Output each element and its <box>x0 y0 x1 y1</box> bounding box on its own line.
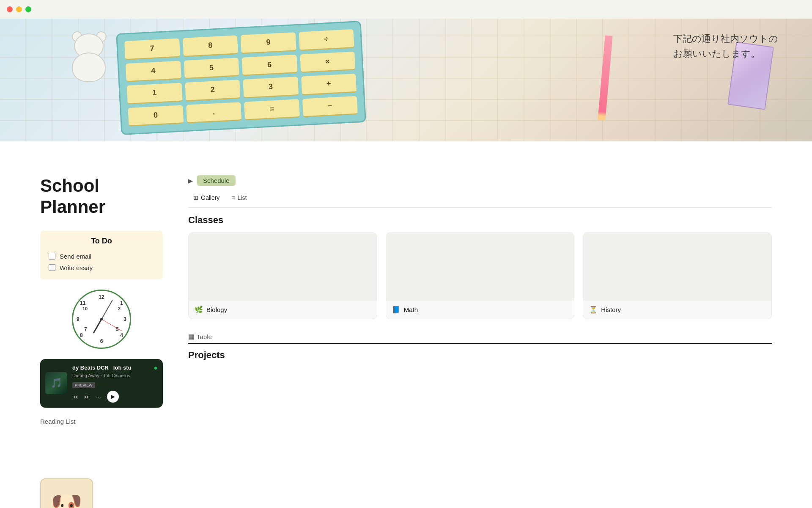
page-title: School Planner <box>40 175 163 218</box>
todo-checkbox-1[interactable] <box>49 253 55 260</box>
clock-hour-hand <box>93 319 102 333</box>
todo-title: To Do <box>49 237 154 246</box>
history-label: History <box>601 306 621 313</box>
title-bar <box>0 0 812 19</box>
clock-num-8: 8 <box>80 332 83 338</box>
close-button[interactable] <box>7 6 13 12</box>
class-card-biology-image <box>189 233 377 301</box>
projects-title: Projects <box>188 350 772 361</box>
music-title: dy Beats DCR lofi stu <box>72 364 131 371</box>
gallery-label: Gallery <box>201 194 219 201</box>
main-content: School Planner To Do Send email Write es… <box>0 141 812 442</box>
class-card-math-footer: 📘 Math <box>386 301 574 319</box>
music-subtitle: Drifting Away · Toti Cisneros <box>72 373 158 378</box>
music-play-button[interactable]: ▶ <box>107 391 119 403</box>
gallery-icon: ⊞ <box>193 194 198 201</box>
pencil-decoration <box>598 36 612 121</box>
class-card-history-image <box>583 233 771 301</box>
todo-checkbox-2[interactable] <box>49 264 55 271</box>
history-icon: ⏳ <box>589 306 598 314</box>
clock-num-3: 3 <box>123 316 126 322</box>
calculator-decoration: 7 8 9 ÷ 4 5 6 × 1 2 3 + 0 . = − <box>116 21 366 135</box>
page-icon[interactable]: 🐶 <box>40 478 93 508</box>
spotify-icon: ● <box>154 364 158 372</box>
todo-item-2[interactable]: Write essay <box>49 262 154 273</box>
clock-num-12: 12 <box>99 294 104 300</box>
clock-num-1: 1 <box>120 300 123 306</box>
clock-container: 12 1 3 4 6 8 9 11 5 2 10 7 <box>40 290 163 349</box>
music-back-button[interactable]: ⏭ <box>84 393 90 400</box>
class-card-biology[interactable]: 🌿 Biology <box>188 232 377 319</box>
classes-grid: 🌿 Biology 📘 Math ⏳ History <box>188 232 772 319</box>
biology-label: Biology <box>206 306 227 313</box>
clock-num-2: 2 <box>118 306 121 311</box>
clock-second-hand <box>102 319 122 331</box>
list-label: List <box>238 194 247 201</box>
todo-item-1[interactable]: Send email <box>49 251 154 262</box>
list-icon: ≡ <box>231 194 235 201</box>
table-label: Table <box>197 333 212 340</box>
class-card-history-footer: ⏳ History <box>583 301 771 319</box>
clock-center <box>100 318 103 320</box>
schedule-row: ▶ Schedule <box>188 175 772 186</box>
clock-minute-hand <box>101 300 113 319</box>
table-view-row[interactable]: ▦ Table <box>188 333 772 344</box>
todo-label-2: Write essay <box>60 264 93 271</box>
music-player: 🎵 dy Beats DCR lofi stu ● Drifting Away … <box>40 359 163 408</box>
music-controls[interactable]: ⏮ ⏭ ··· ▶ <box>72 391 158 403</box>
clock-num-10: 10 <box>82 306 88 311</box>
class-card-math[interactable]: 📘 Math <box>386 232 575 319</box>
schedule-badge[interactable]: Schedule <box>197 175 236 186</box>
hero-banner: 7 8 9 ÷ 4 5 6 × 1 2 3 + 0 . = − 下記の通り社内ソ… <box>0 19 812 141</box>
music-info: dy Beats DCR lofi stu ● Drifting Away · … <box>72 364 158 403</box>
schedule-toggle-arrow[interactable]: ▶ <box>188 177 193 184</box>
classes-section-title: Classes <box>188 215 772 226</box>
music-prev-button[interactable]: ⏮ <box>72 393 78 400</box>
left-sidebar: School Planner To Do Send email Write es… <box>40 175 163 425</box>
minimize-button[interactable] <box>16 6 22 12</box>
right-content: ▶ Schedule ⊞ Gallery ≡ List Classes 🌿 Bi… <box>188 175 772 425</box>
table-grid-icon: ▦ <box>188 333 194 340</box>
view-toggle: ⊞ Gallery ≡ List <box>188 192 772 208</box>
hero-japanese-text: 下記の通り社内ソウトの お願いいたします。 <box>673 31 778 61</box>
todo-section: To Do Send email Write essay <box>40 231 163 279</box>
math-icon: 📘 <box>392 306 401 314</box>
clock-num-4: 4 <box>120 332 123 338</box>
music-preview-badge: PREVIEW <box>72 382 95 388</box>
todo-label-1: Send email <box>60 253 91 260</box>
clock-num-6: 6 <box>100 338 103 344</box>
clock-face: 12 1 3 4 6 8 9 11 5 2 10 7 <box>72 290 131 349</box>
maximize-button[interactable] <box>25 6 31 12</box>
clock-num-9: 9 <box>77 316 80 322</box>
biology-icon: 🌿 <box>195 306 203 314</box>
clock-num-7: 7 <box>84 326 87 332</box>
class-card-history[interactable]: ⏳ History <box>583 232 772 319</box>
list-view-button[interactable]: ≡ List <box>226 192 252 204</box>
class-card-math-image <box>386 233 574 301</box>
class-card-biology-footer: 🌿 Biology <box>189 301 377 319</box>
music-more-button[interactable]: ··· <box>96 393 101 400</box>
table-icon-area: ▦ Table <box>188 333 212 340</box>
gallery-view-button[interactable]: ⊞ Gallery <box>188 192 225 204</box>
math-label: Math <box>404 306 418 313</box>
reading-list-hint: Reading List <box>40 418 163 425</box>
music-thumbnail: 🎵 <box>45 372 67 394</box>
clock-num-11: 11 <box>80 300 85 306</box>
hero-character <box>63 31 114 82</box>
